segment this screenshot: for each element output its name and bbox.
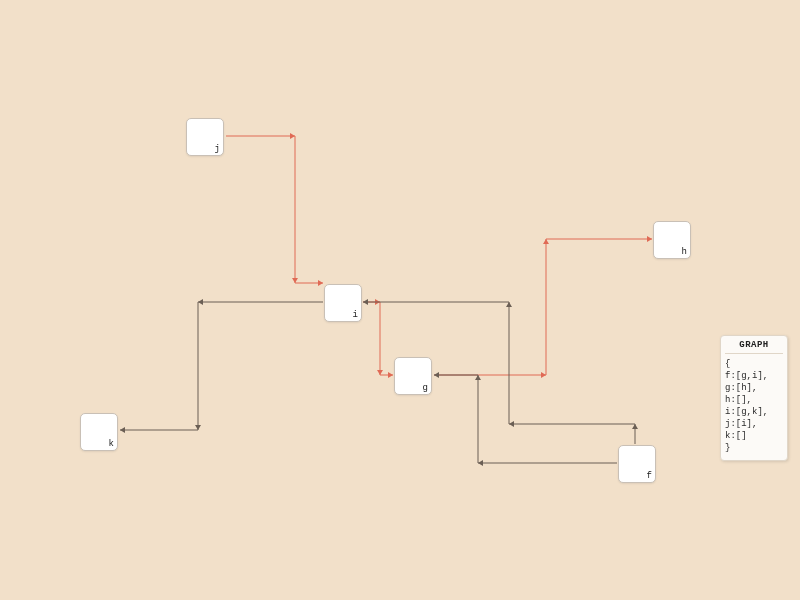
node-label: g [423,383,428,393]
node-label: f [647,471,652,481]
node-f[interactable]: f [618,445,656,483]
node-k[interactable]: k [80,413,118,451]
diagram-canvas: j h i g k f GRAPH { f:[g,i], g:[h], h:[]… [0,0,800,600]
node-i[interactable]: i [324,284,362,322]
node-label: k [109,439,114,449]
legend-title: GRAPH [725,340,783,353]
node-j[interactable]: j [186,118,224,156]
node-label: h [682,247,687,257]
edges-layer [0,0,800,600]
node-g[interactable]: g [394,357,432,395]
node-h[interactable]: h [653,221,691,259]
legend-body: { f:[g,i], g:[h], h:[], i:[g,k], j:[i], … [725,353,783,454]
node-label: j [215,144,220,154]
node-label: i [353,310,358,320]
graph-legend: GRAPH { f:[g,i], g:[h], h:[], i:[g,k], j… [720,335,788,461]
